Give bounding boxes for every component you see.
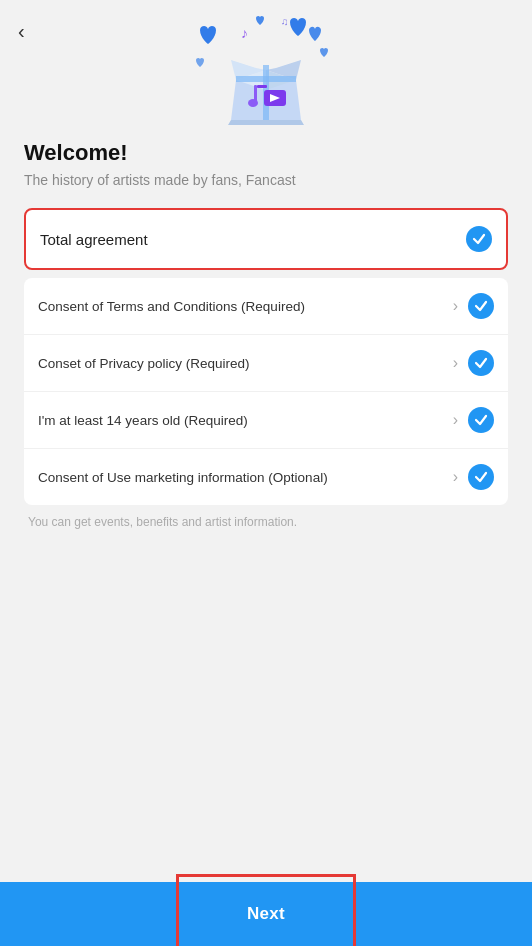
back-button[interactable]: ‹ [18, 20, 25, 43]
agreement-item-privacy-checkbox[interactable] [468, 350, 494, 376]
chevron-right-icon: › [453, 468, 458, 486]
welcome-illustration: ♪ ♫ [186, 0, 346, 140]
agreement-item-privacy[interactable]: Conset of Privacy policy (Required) › [24, 335, 508, 392]
chevron-right-icon: › [453, 297, 458, 315]
agreement-item-terms[interactable]: Consent of Terms and Conditions (Require… [24, 278, 508, 335]
chevron-right-icon: › [453, 354, 458, 372]
agreement-item-marketing-checkbox[interactable] [468, 464, 494, 490]
agreement-item-terms-label: Consent of Terms and Conditions (Require… [38, 299, 453, 314]
svg-rect-10 [257, 85, 267, 88]
svg-marker-1 [228, 120, 304, 125]
total-agreement-row[interactable]: Total agreement [24, 208, 508, 270]
main-content: Welcome! The history of artists made by … [0, 140, 532, 529]
agreement-item-age-label: I'm at least 14 years old (Required) [38, 413, 453, 428]
svg-point-9 [248, 99, 258, 107]
welcome-subtitle: The history of artists made by fans, Fan… [24, 172, 508, 188]
bottom-bar: Next [0, 882, 532, 946]
total-agreement-label: Total agreement [40, 231, 148, 248]
svg-rect-7 [236, 76, 296, 82]
agreement-item-privacy-label: Conset of Privacy policy (Required) [38, 356, 453, 371]
next-button[interactable]: Next [0, 882, 532, 946]
agreement-item-age[interactable]: I'm at least 14 years old (Required) › [24, 392, 508, 449]
welcome-title: Welcome! [24, 140, 508, 166]
svg-text:♫: ♫ [281, 16, 289, 27]
svg-text:♪: ♪ [241, 25, 248, 41]
agreement-list: Consent of Terms and Conditions (Require… [24, 278, 508, 505]
marketing-note: You can get events, benefits and artist … [24, 515, 508, 529]
agreement-item-marketing[interactable]: Consent of Use marketing information (Op… [24, 449, 508, 505]
next-button-wrapper: Next [0, 882, 532, 946]
agreement-item-marketing-label: Consent of Use marketing information (Op… [38, 470, 453, 485]
agreement-item-age-checkbox[interactable] [468, 407, 494, 433]
total-agreement-checkbox[interactable] [466, 226, 492, 252]
chevron-right-icon: › [453, 411, 458, 429]
agreement-item-terms-checkbox[interactable] [468, 293, 494, 319]
